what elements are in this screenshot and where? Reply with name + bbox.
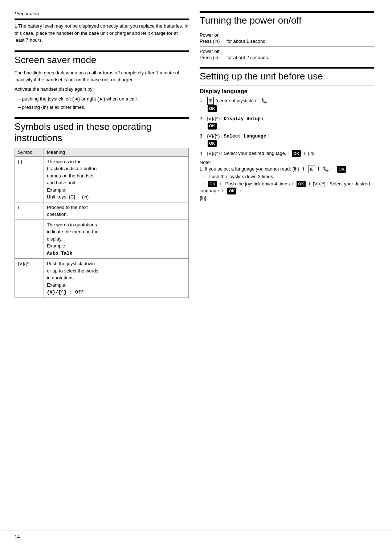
ok-badge-note-3: OK: [297, 181, 306, 188]
step-number-2: 2: [200, 115, 207, 130]
power-off-label: Power off: [200, 49, 374, 54]
step-4: 4 {V}/{^} : Select your desired language…: [200, 150, 374, 157]
left-column: Preparation L The battery level may not …: [15, 11, 189, 530]
note-text: L If you select a language you cannot re…: [200, 165, 374, 201]
turning-power-title: Turning the power on/off: [200, 15, 374, 26]
ok-badge-note-1: OK: [337, 166, 346, 173]
thick-divider-power: [200, 11, 374, 13]
step-content-3: {V}/{^} : Select Language i OK: [207, 132, 374, 147]
symbols-table: Symbol Meaning { } The words in thebrack…: [15, 148, 189, 298]
table-header-symbol: Symbol: [15, 148, 44, 156]
note-label: Note:: [200, 160, 374, 165]
thick-divider-screen: [15, 50, 189, 52]
ok-badge-4a: OK: [292, 150, 301, 157]
table-row: The words in quotationsindicate the menu…: [15, 219, 189, 259]
symbols-title: Symbols used in these operating instruct…: [15, 121, 189, 144]
phone-icon: 📞: [261, 98, 267, 103]
turning-power-section: Turning the power on/off Power on Press …: [200, 11, 374, 60]
meaning-cell: Push the joystick downor up to select th…: [44, 259, 189, 298]
joystick-icon: ⊞: [207, 97, 214, 105]
preparation-section: Preparation L The battery level may not …: [15, 11, 189, 44]
ok-badge-1: OK: [208, 105, 217, 112]
table-header-meaning: Meaning: [44, 148, 189, 156]
list-item: pushing the joystick left {◄} or right {…: [18, 95, 189, 103]
page-number: 14: [15, 534, 20, 539]
preparation-header: Preparation: [15, 11, 189, 16]
table-row: { } The words in thebrackets indicate bu…: [15, 156, 189, 202]
page: Preparation L The battery level may not …: [0, 0, 392, 554]
right-column: Turning the power on/off Power on Press …: [200, 11, 374, 530]
ok-badge-note-2: OK: [208, 181, 217, 188]
screen-saver-title: Screen saver mode: [15, 54, 189, 66]
step-2: 2 {V}/{^} : Display Setup i OK: [200, 115, 374, 130]
power-off-text: Press {ih} for about 2 seconds.: [200, 55, 374, 60]
meaning-cell: The words in quotationsindicate the menu…: [44, 219, 189, 259]
power-on-label: Power on: [200, 32, 374, 38]
screen-saver-body: The backlight goes dark when on a call o…: [15, 69, 189, 93]
display-language-title: Display language: [200, 88, 374, 95]
display-language-section: Display language 1 ⊞ (centre of joystick…: [200, 88, 374, 201]
symbol-cell: [15, 219, 44, 259]
thick-divider-setup: [200, 67, 374, 69]
thin-divider-1: [200, 30, 374, 30]
thin-divider-3: [200, 86, 374, 86]
step-number-4: 4: [200, 150, 207, 157]
thick-divider-symbols: [15, 117, 189, 119]
step-3: 3 {V}/{^} : Select Language i OK: [200, 132, 374, 147]
step-1: 1 ⊞ (centre of joystick) i 📞 i OK: [200, 97, 374, 112]
setting-up-section: Setting up the unit before use Display l…: [200, 67, 374, 201]
step-number-1: 1: [200, 97, 207, 112]
battery-note: L The battery level may not be displayed…: [15, 22, 189, 44]
table-row: {V}/{^} : Push the joystick downor up to…: [15, 259, 189, 298]
symbol-cell: i: [15, 202, 44, 219]
screen-saver-list: pushing the joystick left {◄} or right {…: [15, 95, 189, 111]
thin-divider-2: [200, 46, 374, 46]
symbols-section: Symbols used in these operating instruct…: [15, 117, 189, 297]
step-content-4: {V}/{^} : Select your desired language. …: [207, 150, 374, 157]
step-number-3: 3: [200, 132, 207, 147]
meaning-cell: Proceed to the nextoperation.: [44, 202, 189, 219]
ok-badge-note-4: OK: [227, 188, 236, 194]
symbol-cell: {V}/{^} :: [15, 259, 44, 298]
ok-badge-3: OK: [208, 140, 217, 147]
ok-badge-2: OK: [208, 123, 217, 130]
screen-saver-section: Screen saver mode The backlight goes dar…: [15, 50, 189, 111]
joystick-icon-note: ⊞: [309, 165, 315, 173]
phone-icon-note: 📞: [323, 166, 329, 172]
table-row: i Proceed to the nextoperation.: [15, 202, 189, 219]
list-item: pressing {ih} at all other times.: [18, 104, 189, 111]
step-content-1: ⊞ (centre of joystick) i 📞 i OK: [207, 97, 374, 112]
step-content-2: {V}/{^} : Display Setup i OK: [207, 115, 374, 130]
symbol-cell: { }: [15, 156, 44, 202]
thick-divider-prep: [15, 19, 189, 20]
page-footer: 14: [0, 530, 392, 539]
power-on-text: Press {ih} for about 1 second.: [200, 38, 374, 44]
meaning-cell: The words in thebrackets indicate button…: [44, 156, 189, 202]
setting-up-title: Setting up the unit before use: [200, 71, 374, 82]
